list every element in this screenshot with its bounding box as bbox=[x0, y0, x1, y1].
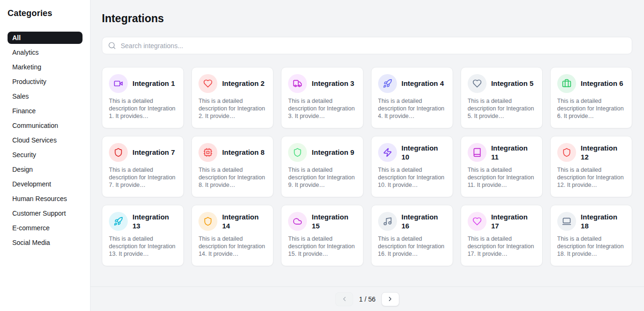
search-bar[interactable] bbox=[102, 37, 632, 54]
integration-title: Integration 4 bbox=[402, 79, 444, 88]
integration-title: Integration 10 bbox=[402, 143, 446, 162]
sidebar-item-label: Sales bbox=[12, 92, 29, 100]
sidebar-item-social-media[interactable]: Social Media bbox=[8, 236, 83, 249]
integration-card[interactable]: Integration 12 This is a detailed descri… bbox=[550, 136, 632, 197]
integration-card[interactable]: Integration 5 This is a detailed descrip… bbox=[461, 67, 543, 128]
integration-title: Integration 11 bbox=[491, 143, 536, 162]
integration-title: Integration 15 bbox=[312, 212, 356, 231]
sidebar-item-label: Productivity bbox=[12, 78, 46, 85]
integration-title: Integration 6 bbox=[581, 79, 623, 88]
shield-icon bbox=[109, 143, 128, 162]
next-page-button[interactable] bbox=[381, 292, 399, 306]
integration-title: Integration 12 bbox=[581, 143, 625, 162]
integration-card[interactable]: Integration 8 This is a detailed descrip… bbox=[191, 136, 273, 197]
search-icon bbox=[108, 42, 116, 50]
integration-card[interactable]: Integration 6 This is a detailed descrip… bbox=[550, 67, 632, 128]
sidebar-item-label: Marketing bbox=[12, 63, 41, 71]
integration-description: This is a detailed description for Integ… bbox=[378, 97, 446, 120]
sidebar-item-marketing[interactable]: Marketing bbox=[8, 61, 83, 73]
integration-title: Integration 8 bbox=[222, 148, 264, 157]
music-icon bbox=[378, 212, 397, 231]
integration-card[interactable]: Integration 10 This is a detailed descri… bbox=[371, 136, 453, 197]
integration-title: Integration 16 bbox=[402, 212, 446, 231]
integration-card[interactable]: Integration 18 This is a detailed descri… bbox=[550, 205, 632, 266]
integration-description: This is a detailed description for Integ… bbox=[109, 166, 177, 189]
integration-description: This is a detailed description for Integ… bbox=[198, 235, 266, 258]
book-icon bbox=[468, 143, 487, 162]
sidebar-item-security[interactable]: Security bbox=[8, 149, 83, 161]
sidebar-item-development[interactable]: Development bbox=[8, 178, 83, 190]
page-indicator: 1 / 56 bbox=[359, 295, 375, 303]
integration-card[interactable]: Integration 4 This is a detailed descrip… bbox=[371, 67, 453, 128]
sidebar-item-label: Design bbox=[12, 166, 33, 173]
integration-card[interactable]: Integration 1 This is a detailed descrip… bbox=[102, 67, 184, 128]
integration-title: Integration 7 bbox=[132, 148, 175, 157]
integration-card[interactable]: Integration 9 This is a detailed descrip… bbox=[281, 136, 363, 197]
shield-icon bbox=[288, 143, 307, 162]
integration-card[interactable]: Integration 16 This is a detailed descri… bbox=[371, 205, 453, 266]
sidebar-item-cloud-services[interactable]: Cloud Services bbox=[8, 134, 83, 146]
pagination-bar: 1 / 56 bbox=[91, 286, 644, 311]
integration-title: Integration 9 bbox=[312, 148, 354, 157]
sidebar-item-label: E-commerce bbox=[12, 224, 50, 232]
category-nav: AllAnalyticsMarketingProductivitySalesFi… bbox=[8, 32, 83, 249]
integration-description: This is a detailed description for Integ… bbox=[468, 97, 536, 120]
sidebar-item-sales[interactable]: Sales bbox=[8, 90, 83, 102]
rocket-icon bbox=[109, 212, 128, 231]
laptop-icon bbox=[557, 212, 576, 231]
sidebar-item-productivity[interactable]: Productivity bbox=[8, 76, 83, 88]
rocket-icon bbox=[378, 74, 397, 93]
content-area: Integrations Integration 1 This is a det… bbox=[91, 0, 644, 286]
integration-title: Integration 2 bbox=[222, 79, 264, 88]
integration-title: Integration 17 bbox=[491, 212, 536, 231]
sidebar-item-all[interactable]: All bbox=[8, 32, 83, 44]
integration-description: This is a detailed description for Integ… bbox=[557, 97, 625, 120]
search-input[interactable] bbox=[121, 42, 626, 50]
truck-icon bbox=[288, 74, 307, 93]
integration-description: This is a detailed description for Integ… bbox=[288, 235, 356, 258]
integration-title: Integration 1 bbox=[132, 79, 175, 88]
sidebar-title: Categories bbox=[8, 8, 83, 18]
heart-icon bbox=[198, 74, 217, 93]
shield-icon bbox=[557, 143, 576, 162]
integration-card[interactable]: Integration 13 This is a detailed descri… bbox=[102, 205, 184, 266]
briefcase-icon bbox=[557, 74, 576, 93]
sidebar-item-label: Finance bbox=[12, 107, 36, 115]
integration-card[interactable]: Integration 7 This is a detailed descrip… bbox=[102, 136, 184, 197]
integration-description: This is a detailed description for Integ… bbox=[468, 235, 536, 258]
integration-title: Integration 18 bbox=[581, 212, 625, 231]
integration-card[interactable]: Integration 11 This is a detailed descri… bbox=[461, 136, 543, 197]
integration-card[interactable]: Integration 14 This is a detailed descri… bbox=[191, 205, 273, 266]
sidebar-item-e-commerce[interactable]: E-commerce bbox=[8, 222, 83, 234]
sidebar-item-label: Cloud Services bbox=[12, 136, 57, 144]
integration-description: This is a detailed description for Integ… bbox=[109, 235, 177, 258]
zap-icon bbox=[378, 143, 397, 162]
sidebar-item-human-resources[interactable]: Human Resources bbox=[8, 193, 83, 205]
integration-description: This is a detailed description for Integ… bbox=[109, 97, 177, 120]
chevron-left-icon bbox=[341, 295, 348, 303]
shield-icon bbox=[198, 212, 217, 231]
sidebar-item-label: Security bbox=[12, 151, 36, 159]
integration-description: This is a detailed description for Integ… bbox=[378, 166, 446, 189]
integration-title: Integration 5 bbox=[491, 79, 534, 88]
sidebar-item-finance[interactable]: Finance bbox=[8, 105, 83, 117]
integration-description: This is a detailed description for Integ… bbox=[468, 166, 536, 189]
sidebar-item-customer-support[interactable]: Customer Support bbox=[8, 207, 83, 219]
integration-title: Integration 14 bbox=[222, 212, 266, 231]
prev-page-button[interactable] bbox=[335, 292, 353, 306]
integration-card[interactable]: Integration 2 This is a detailed descrip… bbox=[191, 67, 273, 128]
integration-description: This is a detailed description for Integ… bbox=[288, 97, 356, 120]
integration-title: Integration 3 bbox=[312, 79, 354, 88]
sidebar-item-label: All bbox=[12, 34, 21, 42]
integration-card[interactable]: Integration 15 This is a detailed descri… bbox=[281, 205, 363, 266]
sidebar-item-communication[interactable]: Communication bbox=[8, 119, 83, 132]
integration-card[interactable]: Integration 3 This is a detailed descrip… bbox=[281, 67, 363, 128]
integration-description: This is a detailed description for Integ… bbox=[288, 166, 356, 189]
sidebar-item-label: Customer Support bbox=[12, 210, 66, 217]
sidebar-item-design[interactable]: Design bbox=[8, 163, 83, 176]
sidebar-item-label: Communication bbox=[12, 122, 58, 129]
categories-sidebar: Categories AllAnalyticsMarketingProducti… bbox=[0, 0, 91, 311]
integration-card[interactable]: Integration 17 This is a detailed descri… bbox=[461, 205, 543, 266]
sidebar-item-analytics[interactable]: Analytics bbox=[8, 46, 83, 59]
integration-description: This is a detailed description for Integ… bbox=[557, 235, 625, 258]
